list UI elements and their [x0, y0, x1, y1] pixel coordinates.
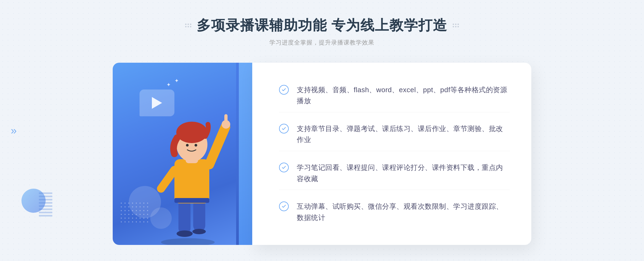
features-panel: 支持视频、音频、flash、word、excel、ppt、pdf等各种格式的资源…: [252, 63, 531, 245]
svg-point-11: [186, 144, 189, 147]
sparkle-icon-1: ✦: [166, 81, 171, 88]
check-icon-3: [279, 163, 289, 172]
svg-point-12: [195, 144, 197, 147]
feature-text-1: 支持视频、音频、flash、word、excel、ppt、pdf等各种格式的资源…: [297, 84, 510, 107]
feature-item-3: 学习笔记回看、课程提问、课程评论打分、课件资料下载，重点内容收藏: [279, 157, 510, 190]
svg-rect-5: [174, 159, 209, 203]
blue-accent-bar: [236, 63, 252, 245]
svg-point-0: [161, 238, 215, 245]
illustration-card: ✦ ✦: [113, 63, 252, 245]
page-container: 多项录播课辅助功能 专为线上教学打造 学习进度全掌握，提升录播课教学效果 ✦ ✦: [0, 0, 644, 261]
feature-text-4: 互动弹幕、试听购买、微信分享、观看次数限制、学习进度跟踪、数据统计: [297, 201, 510, 223]
svg-line-6: [209, 127, 225, 165]
page-subtitle: 学习进度全掌握，提升录播课教学效果: [185, 39, 459, 47]
left-chevrons-decoration: »: [11, 125, 17, 137]
stripe-decoration: [39, 191, 52, 218]
check-icon-4: [279, 202, 289, 211]
feature-text-3: 学习笔记回看、课程提问、课程评论打分、课件资料下载，重点内容收藏: [297, 162, 510, 184]
feature-item-4: 互动弹幕、试听购买、微信分享、观看次数限制、学习进度跟踪、数据统计: [279, 196, 510, 229]
check-icon-1: [279, 85, 289, 95]
header-section: 多项录播课辅助功能 专为线上教学打造 学习进度全掌握，提升录播课教学效果: [185, 16, 459, 47]
decoration-dots-left: [185, 24, 191, 27]
decoration-dots-right: [453, 24, 459, 27]
svg-rect-1: [178, 199, 191, 234]
svg-rect-2: [193, 199, 205, 232]
feature-text-2: 支持章节目录、弹题考试、课后练习、课后作业、章节测验、批改作业: [297, 123, 510, 146]
sparkle-icon-2: ✦: [174, 77, 179, 84]
svg-line-7: [161, 170, 174, 189]
feature-item-2: 支持章节目录、弹题考试、课后练习、课后作业、章节测验、批改作业: [279, 118, 510, 151]
stripe-inner-pattern: [39, 191, 52, 218]
header-title-row: 多项录播课辅助功能 专为线上教学打造: [185, 16, 459, 35]
illustration-figure: [129, 106, 231, 245]
page-title: 多项录播课辅助功能 专为线上教学打造: [197, 16, 447, 35]
check-icon-2: [279, 124, 289, 133]
chevron-double-icon: »: [11, 125, 17, 137]
svg-point-4: [192, 229, 206, 234]
svg-point-3: [177, 230, 193, 237]
svg-rect-15: [174, 198, 209, 203]
svg-point-10: [176, 122, 207, 143]
feature-item-1: 支持视频、音频、flash、word、excel、ppt、pdf等各种格式的资源…: [279, 79, 510, 112]
content-section: ✦ ✦: [113, 63, 531, 245]
